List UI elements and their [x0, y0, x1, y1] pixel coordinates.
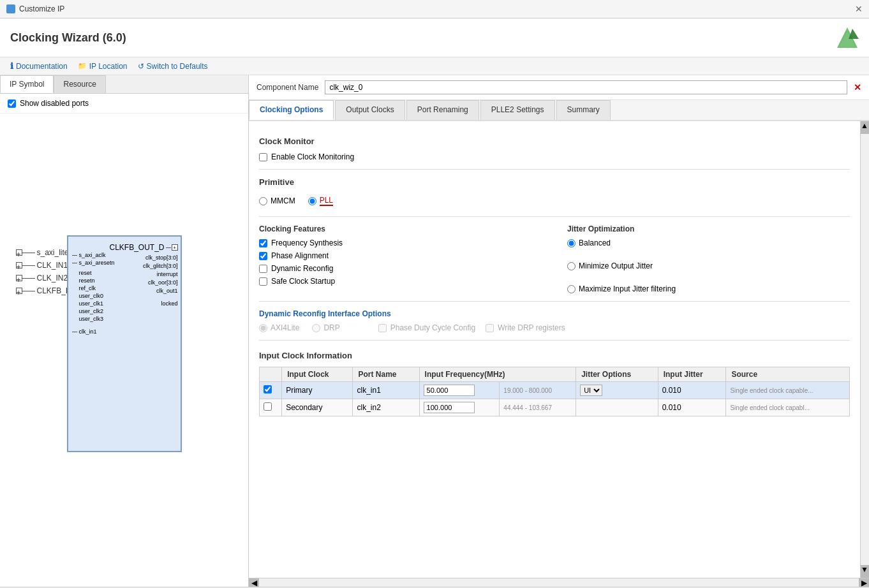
- feature-frequency-synthesis: Frequency Synthesis: [259, 239, 542, 247]
- content-area: Clock Monitor Enable Clock Monitoring Pr…: [249, 121, 860, 578]
- minimize-output-jitter-radio[interactable]: [567, 262, 576, 270]
- safe-clock-startup-label[interactable]: Safe Clock Startup: [259, 277, 542, 286]
- app-title: Clocking Wizard (6.0): [10, 31, 126, 45]
- tabs-row: Clocking Options Output Clocks Port Rena…: [249, 100, 869, 121]
- component-name-input[interactable]: [325, 80, 847, 94]
- phase-duty-cycle-label[interactable]: Phase Duty Cycle Config: [378, 323, 475, 332]
- balanced-radio-label[interactable]: Balanced: [567, 239, 850, 247]
- port-line-clk-in2: [22, 278, 35, 279]
- dynamic-reconfig-checkbox[interactable]: [259, 265, 267, 273]
- tab-ip-symbol[interactable]: IP Symbol: [0, 75, 54, 93]
- scroll-up-arrow[interactable]: ▲: [861, 121, 869, 134]
- col-header-input-jitter: Input Jitter: [658, 367, 726, 382]
- switch-defaults-button[interactable]: ↺ Switch to Defaults: [138, 62, 208, 71]
- tab-resource[interactable]: Resource: [54, 75, 105, 93]
- mmcm-radio-label[interactable]: MMCM: [259, 196, 295, 205]
- tab-output-clocks[interactable]: Output Clocks: [335, 100, 405, 120]
- inner-port-clk-in1: clk_in1: [77, 328, 97, 335]
- frequency-synthesis-checkbox[interactable]: [259, 239, 267, 247]
- port-line-clk-in1: [22, 265, 35, 266]
- write-drp-registers-label[interactable]: Write DRP registers: [486, 323, 565, 332]
- show-disabled-ports-text: Show disabled ports: [20, 99, 89, 108]
- clocking-features-title: Clocking Features: [259, 224, 542, 233]
- pll-radio-label[interactable]: PLL: [308, 196, 333, 206]
- enable-clock-monitoring-text: Enable Clock Monitoring: [271, 152, 354, 161]
- input-clock-section: Input Clock Information Input Clock Port…: [259, 351, 850, 416]
- show-disabled-ports-checkbox[interactable]: [8, 99, 16, 108]
- drp-text: DRP: [323, 323, 339, 332]
- close-button[interactable]: ✕: [855, 4, 863, 14]
- secondary-row-source: Single ended clock capabl...: [726, 399, 850, 416]
- scroll-track[interactable]: [861, 134, 869, 565]
- tab-plle2-settings[interactable]: PLLE2 Settings: [480, 100, 555, 120]
- location-icon: 📁: [78, 62, 87, 70]
- toolbar: ℹ Documentation 📁 IP Location ↺ Switch t…: [0, 57, 869, 75]
- scroll-down-arrow[interactable]: ▼: [861, 565, 869, 578]
- ip-location-button[interactable]: 📁 IP Location: [78, 62, 128, 71]
- left-panel-options: Show disabled ports: [0, 94, 248, 114]
- axi4lite-radio[interactable]: [259, 324, 267, 332]
- phase-alignment-label[interactable]: Phase Alignment: [259, 251, 542, 260]
- enable-clock-monitoring-label[interactable]: Enable Clock Monitoring: [259, 152, 850, 161]
- scroll-right-arrow[interactable]: ▶: [859, 578, 869, 587]
- clocking-features-col: Clocking Features Frequency Synthesis Ph…: [259, 224, 542, 293]
- inner-port-user-clk2: user_clk2: [72, 308, 104, 314]
- minimize-output-jitter-label[interactable]: Minimize Output Jitter: [567, 261, 850, 270]
- primary-row-frequency-input[interactable]: [424, 385, 475, 396]
- col-header-frequency: Input Frequency(MHz): [419, 367, 576, 382]
- divider-2: [259, 216, 850, 217]
- title-bar: Customize IP ✕: [0, 0, 869, 18]
- primary-row-jitter-select[interactable]: UI: [580, 385, 602, 396]
- output-clkfb-out: CLKFB_OUT_D +: [109, 243, 177, 252]
- mmcm-label: MMCM: [271, 196, 295, 205]
- secondary-row-frequency-input[interactable]: [424, 402, 475, 413]
- secondary-row-checkbox[interactable]: [264, 402, 272, 411]
- tab-clocking-options[interactable]: Clocking Options: [249, 100, 334, 120]
- table-row: Primary clk_in1 19.000 - 800.000: [260, 382, 850, 399]
- documentation-label: Documentation: [16, 62, 68, 71]
- secondary-row-frequency-cell: [419, 399, 500, 416]
- content-wrapper: Clock Monitor Enable Clock Monitoring Pr…: [249, 121, 869, 578]
- phase-alignment-checkbox[interactable]: [259, 252, 267, 260]
- write-drp-registers-checkbox[interactable]: [486, 324, 494, 332]
- tab-summary[interactable]: Summary: [556, 100, 611, 120]
- frequency-synthesis-label[interactable]: Frequency Synthesis: [259, 239, 542, 247]
- left-panel: IP Symbol Resource Show disabled ports +…: [0, 75, 249, 587]
- horizontal-scrollbar[interactable]: ◀ ▶: [249, 578, 869, 587]
- balanced-radio[interactable]: [567, 239, 576, 247]
- documentation-button[interactable]: ℹ Documentation: [10, 61, 68, 71]
- secondary-row-input-jitter: 0.010: [658, 399, 726, 416]
- primary-row-input-jitter: 0.010: [658, 382, 726, 399]
- col-header-source: Source: [726, 367, 850, 382]
- vertical-scrollbar[interactable]: ▲ ▼: [860, 121, 869, 578]
- frequency-synthesis-text: Frequency Synthesis: [271, 239, 343, 247]
- dynamic-reconfig-label[interactable]: Dynamic Reconfig: [259, 264, 542, 273]
- info-icon: ℹ: [10, 61, 13, 71]
- enable-clock-monitoring-checkbox[interactable]: [259, 153, 267, 161]
- safe-clock-startup-text: Safe Clock Startup: [271, 277, 335, 286]
- pll-radio[interactable]: [308, 197, 316, 205]
- window-title: Customize IP: [19, 4, 64, 13]
- drp-radio[interactable]: [312, 324, 320, 332]
- phase-duty-cycle-checkbox[interactable]: [378, 324, 387, 332]
- scroll-left-arrow[interactable]: ◀: [249, 578, 259, 587]
- maximize-input-jitter-text: Maximize Input Jitter filtering: [579, 284, 676, 293]
- vivado-logo-icon: [836, 26, 859, 49]
- mmcm-radio[interactable]: [259, 197, 267, 205]
- primary-row-checkbox-cell: [260, 382, 282, 399]
- dynamic-right-options: Phase Duty Cycle Config Write DRP regist…: [378, 323, 565, 332]
- maximize-input-jitter-label[interactable]: Maximize Input Jitter filtering: [567, 284, 850, 293]
- app-header: Clocking Wizard (6.0): [0, 18, 869, 57]
- app-icon: [6, 4, 15, 13]
- axi4lite-radio-label[interactable]: AXI4Lite: [259, 323, 299, 332]
- drp-radio-label[interactable]: DRP: [312, 323, 339, 332]
- inner-port-resetn: resetn: [72, 277, 95, 284]
- tab-port-renaming[interactable]: Port Renaming: [406, 100, 479, 120]
- show-disabled-ports-label[interactable]: Show disabled ports: [8, 99, 241, 108]
- component-name-clear-button[interactable]: ✕: [854, 82, 861, 92]
- maximize-input-jitter-radio[interactable]: [567, 285, 576, 293]
- safe-clock-startup-checkbox[interactable]: [259, 277, 267, 286]
- port-connector-s-axi-lite: +: [16, 249, 22, 256]
- port-connector-clk-in2: +: [16, 275, 22, 281]
- primary-row-checkbox[interactable]: [264, 385, 272, 393]
